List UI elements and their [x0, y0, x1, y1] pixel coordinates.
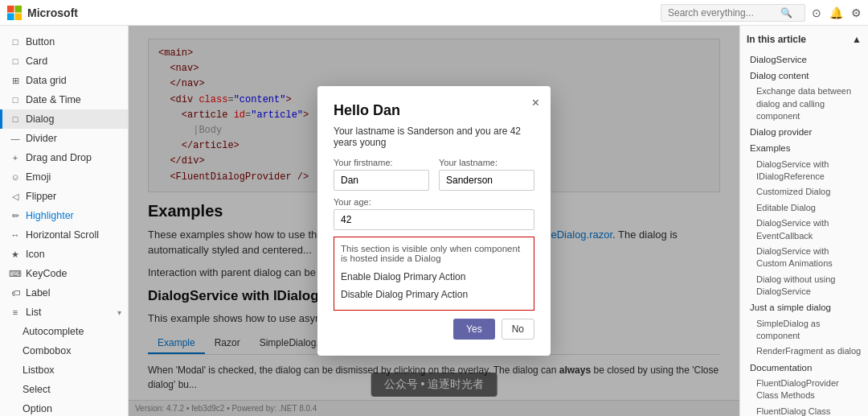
sidebar-item-label: Data grid: [26, 75, 67, 86]
datetime-icon: □: [10, 94, 21, 105]
toc-custom-animations[interactable]: DialogService with Custom Animations: [747, 244, 862, 272]
button-icon: □: [10, 36, 21, 47]
modal-overlay[interactable]: × Hello Dan Your lastname is Sanderson a…: [129, 26, 739, 416]
sidebar-item-label: Dialog: [26, 113, 54, 125]
github-icon[interactable]: ⊙: [812, 6, 821, 19]
sidebar-item-listbox[interactable]: Listbox: [0, 360, 128, 380]
toc-examples[interactable]: Examples: [747, 140, 862, 156]
card-icon: □: [10, 56, 21, 67]
sidebar-item-keycode[interactable]: ⌨ KeyCode: [0, 264, 128, 283]
sidebar-item-label: KeyCode: [26, 268, 67, 279]
sidebar-item-horizontalscroll[interactable]: ↔ Horizontal Scroll: [0, 225, 128, 245]
toc-simple-dialog[interactable]: Just a simple dialog: [747, 299, 862, 315]
sidebar-sub-label: Option: [23, 403, 52, 414]
drag-icon: +: [10, 152, 21, 163]
toc-dialog-provider[interactable]: Dialog provider: [747, 124, 862, 140]
sidebar-item-datetime[interactable]: □ Date & Time: [0, 90, 128, 109]
toc-dialog-content[interactable]: Dialog content: [747, 68, 862, 84]
toc-without-service[interactable]: Dialog without using DialogService: [747, 272, 862, 300]
sidebar-item-label: Date & Time: [26, 94, 81, 105]
divider-icon: —: [10, 133, 21, 144]
keycode-icon: ⌨: [10, 268, 21, 279]
main-content: <main> <nav> </nav> <div class="content"…: [129, 26, 739, 416]
toc-dialogservice-idialog[interactable]: DialogService with IDialogReference: [747, 157, 862, 185]
emoji-icon: ☺: [10, 171, 21, 183]
sidebar-item-label: Icon: [26, 249, 45, 260]
dialog-icon: □: [10, 113, 21, 125]
sidebar-item-label[interactable]: 🏷 Label: [0, 283, 128, 303]
toc-renderfragment[interactable]: RenderFragment as dialog: [747, 344, 862, 359]
modal-section-box: This section is visible only when compon…: [334, 237, 534, 311]
sidebar-item-list[interactable]: ≡ List ▾: [0, 303, 128, 322]
list-expand-icon: ▾: [117, 308, 121, 317]
sidebar-item-label: Card: [26, 56, 47, 67]
svg-rect-3: [14, 13, 22, 20]
sidebar-item-combobox[interactable]: Combobox: [0, 341, 128, 360]
modal-dialog: × Hello Dan Your lastname is Sanderson a…: [317, 86, 551, 356]
sidebar-item-label: Horizontal Scroll: [26, 229, 99, 241]
modal-title: Hello Dan: [334, 102, 534, 119]
search-box[interactable]: 🔍: [661, 4, 805, 22]
sidebar-item-label: Highlighter: [26, 210, 74, 221]
modal-footer: Yes No: [334, 319, 534, 340]
sidebar-item-highlighter[interactable]: ✏ Highlighter: [0, 206, 128, 225]
toc-documentation[interactable]: Documentation: [747, 360, 862, 376]
lastname-input[interactable]: [439, 170, 534, 191]
sidebar-item-label: Label: [26, 287, 51, 299]
toc-exchange-data[interactable]: Exchange data between dialog and calling…: [747, 84, 862, 124]
sidebar: □ Button □ Card ⊞ Data grid □ Date & Tim…: [0, 26, 129, 416]
highlighter-icon: ✏: [10, 210, 21, 221]
toc-dialogservice[interactable]: DialogService: [747, 51, 862, 68]
sidebar-item-select[interactable]: Select: [0, 380, 128, 399]
sidebar-sub-label: Listbox: [23, 365, 55, 376]
search-input[interactable]: [668, 7, 780, 19]
sidebar-sub-label: Select: [23, 384, 51, 395]
brand-name: Microsoft: [27, 6, 78, 19]
sidebar-item-label: Flipper: [26, 191, 56, 202]
sidebar-sub-label: Combobox: [23, 345, 71, 356]
settings-icon[interactable]: ⚙: [851, 6, 862, 19]
sidebar-item-card[interactable]: □ Card: [0, 51, 128, 71]
toc-provider-class[interactable]: FluentDialogProvider Class Methods: [747, 376, 862, 404]
sidebar-item-dialog[interactable]: □ Dialog: [0, 109, 128, 129]
sidebar-item-draganddrop[interactable]: + Drag and Drop: [0, 148, 128, 167]
toc-fluentdialog[interactable]: FluentDialog Class: [747, 404, 862, 416]
sidebar-item-icon[interactable]: ★ Icon: [0, 245, 128, 264]
sidebar-item-label: List: [26, 307, 41, 318]
list-icon: ≡: [10, 307, 21, 318]
bell-icon[interactable]: 🔔: [829, 6, 843, 19]
age-label: Your age:: [334, 197, 534, 207]
no-button[interactable]: No: [502, 319, 534, 340]
sidebar-item-emoji[interactable]: ☺ Emoji: [0, 167, 128, 187]
label-icon: 🏷: [10, 287, 21, 299]
right-panel: In this article ▲ DialogService Dialog c…: [739, 26, 868, 416]
sidebar-item-label: Drag and Drop: [26, 152, 92, 163]
toc-customized-dialog[interactable]: Customized Dialog: [747, 184, 862, 200]
toc-simpledialog-component[interactable]: SimpleDialog as component: [747, 316, 862, 344]
enable-primary-btn[interactable]: Enable Dialog Primary Action: [341, 268, 527, 286]
modal-subtitle: Your lastname is Sanderson and you are 4…: [334, 126, 534, 148]
toc-editable-dialog[interactable]: Editable Dialog: [747, 200, 862, 216]
datagrid-icon: ⊞: [10, 75, 21, 86]
toc-title: In this article ▲: [747, 34, 862, 45]
modal-close-button[interactable]: ×: [532, 96, 539, 110]
firstname-input[interactable]: [334, 170, 429, 191]
age-input[interactable]: [334, 209, 534, 230]
disable-primary-btn[interactable]: Disable Dialog Primary Action: [341, 286, 527, 303]
main-layout: □ Button □ Card ⊞ Data grid □ Date & Tim…: [0, 26, 868, 416]
sidebar-item-autocomplete[interactable]: Autocomplete: [0, 322, 128, 341]
svg-rect-0: [7, 5, 14, 12]
yes-button[interactable]: Yes: [453, 319, 495, 340]
sidebar-item-flipper[interactable]: ◁ Flipper: [0, 187, 128, 206]
sidebar-item-divider[interactable]: — Divider: [0, 129, 128, 148]
sidebar-item-datagrid[interactable]: ⊞ Data grid: [0, 71, 128, 90]
sidebar-item-option[interactable]: Option: [0, 399, 128, 416]
sidebar-item-button[interactable]: □ Button: [0, 32, 128, 51]
toc-collapse-icon[interactable]: ▲: [852, 34, 862, 45]
lastname-label: Your lastname:: [439, 158, 534, 167]
microsoft-logo: Microsoft: [6, 5, 78, 21]
sidebar-item-label: Button: [26, 36, 55, 47]
toc-eventcallback[interactable]: DialogService with EventCallback: [747, 216, 862, 244]
hscroll-icon: ↔: [10, 229, 21, 241]
sidebar-item-label: Divider: [26, 133, 57, 144]
